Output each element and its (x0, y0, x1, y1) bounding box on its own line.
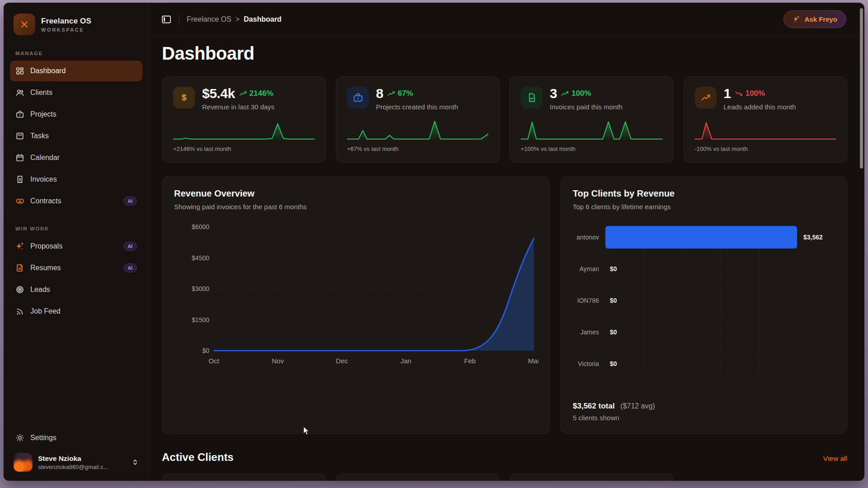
sidebar-item-dashboard[interactable]: Dashboard (10, 61, 142, 81)
active-clients-grid: antonov and patners James Mwangi Ayman (162, 474, 847, 481)
client-bar-label: ION786 (573, 297, 599, 304)
briefcase-icon (15, 110, 24, 119)
sidebar-item-label: Tasks (30, 132, 137, 140)
clients-panel-subtitle: Top 6 clients by lifetime earnings (573, 203, 835, 211)
sidebar-item-label: Clients (30, 89, 137, 97)
sparkle-icon (793, 15, 800, 23)
gear-icon (15, 433, 24, 442)
client-bar-value: $0 (610, 297, 617, 304)
client-bar-label: antonov (573, 234, 599, 241)
scrollbar-thumb[interactable] (860, 8, 863, 169)
stat-label: Revenue in last 30 days (202, 103, 274, 111)
user-name: Steve Nzioka (38, 455, 126, 463)
tasks-icon (15, 131, 24, 141)
sidebar-item-projects[interactable]: Projects (10, 104, 142, 125)
workspace-title: Freelance OS (41, 17, 91, 26)
trend-up-icon (239, 89, 247, 98)
workspace-subtitle: WORKSPACE (41, 27, 91, 33)
dollar-icon: $ (173, 87, 195, 108)
trend-up-icon (387, 89, 396, 98)
client-bar-row: ION786 $0 (573, 285, 835, 316)
view-all-link[interactable]: View all (823, 455, 847, 463)
sidebar-item-proposals[interactable]: ProposalsAI (10, 236, 142, 257)
svg-text:$1500: $1500 (192, 316, 209, 324)
stat-card-header: 1 100% Leads added this month (695, 87, 836, 111)
client-card-ayman[interactable]: Ayman (509, 474, 674, 481)
stat-trend: 100% (735, 89, 765, 98)
sidebar-toggle-icon[interactable] (161, 14, 172, 25)
sidebar-item-resumes[interactable]: ResumesAI (10, 258, 142, 278)
stat-footer: -100% vs last month (695, 145, 836, 152)
sidebar-item-tasks[interactable]: Tasks (10, 126, 142, 146)
top-clients-panel: Top Clients by Revenue Top 6 clients by … (561, 176, 847, 434)
svg-text:$0: $0 (202, 347, 209, 354)
sidebar-item-contracts[interactable]: ContractsAI (10, 191, 142, 211)
svg-text:$4500: $4500 (192, 254, 209, 262)
sidebar-item-clients[interactable]: Clients (10, 82, 142, 103)
breadcrumb-current: Dashboard (244, 15, 282, 23)
client-bar-track: $3,562 (605, 221, 835, 253)
stat-trend: 100% (561, 89, 591, 98)
invoice-icon: $ (15, 175, 24, 184)
stat-card-revenue-in-last-30-days: $ $5.4k 2146% Revenue in last 30 days +2… (162, 76, 326, 163)
handshake-icon (15, 197, 24, 206)
client-card-antonov-and-patners[interactable]: antonov and patners (162, 474, 326, 481)
stat-trend-value: 100% (745, 89, 765, 98)
stat-cards-row: $ $5.4k 2146% Revenue in last 30 days +2… (162, 76, 847, 163)
avatar (14, 453, 33, 472)
stat-sparkline (173, 118, 315, 142)
client-bar-track: $0 (605, 348, 835, 380)
svg-text:$: $ (19, 177, 21, 182)
trend-down-icon (735, 89, 743, 98)
breadcrumb: Freelance OS > Dashboard (187, 15, 282, 23)
calendar-icon (15, 153, 24, 162)
sidebar-item-leads[interactable]: Leads (10, 279, 142, 300)
stat-trend-value: 100% (571, 89, 591, 98)
workspace-header[interactable]: Freelance OS WORKSPACE (10, 12, 142, 37)
trending-icon (695, 87, 717, 108)
svg-text:Oct: Oct (208, 357, 219, 365)
workspace-logo-icon (14, 14, 35, 35)
ask-freyo-button[interactable]: Ask Freyo (783, 10, 846, 28)
sidebar: Freelance OS WORKSPACE MANAGEDashboardCl… (4, 3, 149, 481)
sidebar-item-label: Resumes (30, 264, 118, 272)
breadcrumb-root[interactable]: Freelance OS (187, 15, 231, 23)
active-clients-section: Active Clients View all antonov and patn… (162, 451, 847, 481)
clients-count: 5 clients shown (573, 414, 835, 422)
stat-card-header: 3 100% Invoices paid this month (521, 87, 662, 111)
user-menu[interactable]: Steve Nzioka stevenzioka860@gmail.c… (10, 449, 142, 473)
client-bar-row: antonov $3,562 (573, 221, 835, 253)
stat-trend: 67% (387, 89, 413, 98)
revenue-area-chart: $6000$4500$3000$1500$0OctNovDecJanFebMar (174, 219, 538, 371)
client-bar-label: James (573, 328, 599, 336)
sidebar-item-job-feed[interactable]: Job Feed (10, 301, 142, 322)
sidebar-item-invoices[interactable]: $Invoices (10, 169, 142, 190)
page-title: Dashboard (162, 43, 847, 64)
stat-trend-value: 2146% (250, 89, 274, 98)
target-icon (15, 285, 24, 294)
main-content: Dashboard $ $5.4k 2146% Revenue in last … (149, 36, 864, 481)
client-card-james-mwangi[interactable]: James Mwangi (336, 474, 500, 481)
active-clients-title: Active Clients (162, 451, 234, 464)
clients-footer: $3,562 total ($712 avg) 5 clients shown (573, 402, 835, 422)
stat-card-header: $ $5.4k 2146% Revenue in last 30 days (173, 87, 315, 111)
ai-badge: AI (123, 263, 137, 273)
sidebar-item-settings[interactable]: Settings (10, 427, 142, 448)
sparkles-icon (15, 242, 24, 251)
stat-sparkline (521, 118, 662, 142)
stat-footer: +67% vs last month (347, 145, 489, 152)
svg-text:$: $ (182, 93, 187, 102)
client-bar-track: $0 (605, 285, 835, 316)
stat-sparkline (695, 118, 836, 142)
stat-value: $5.4k (202, 87, 235, 100)
sidebar-item-calendar[interactable]: Calendar (10, 147, 142, 168)
svg-text:Dec: Dec (336, 357, 348, 365)
client-bar-track: $0 (605, 253, 835, 285)
topbar: Freelance OS > Dashboard Ask Freyo (149, 3, 864, 36)
sidebar-item-label: Dashboard (30, 67, 137, 75)
stat-sparkline (347, 118, 489, 142)
client-bar[interactable] (605, 226, 797, 249)
rss-icon (15, 307, 24, 316)
users-icon (15, 88, 24, 97)
client-bar-label: Ayman (573, 265, 599, 272)
